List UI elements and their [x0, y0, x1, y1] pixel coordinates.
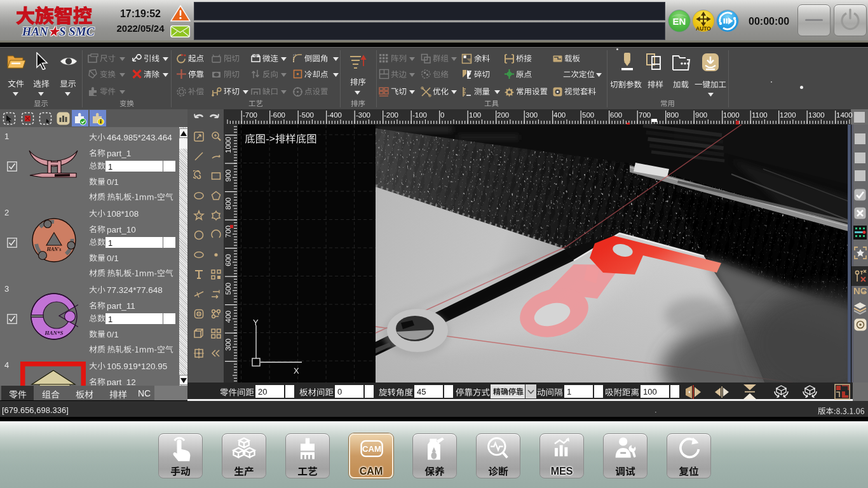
svg-text:HAN*S: HAN*S [44, 330, 63, 336]
svg-text:HAN's: HAN's [46, 247, 62, 252]
svg-text:AUTO: AUTO [696, 25, 711, 32]
svg-text:EN: EN [673, 16, 686, 27]
svg-text:Y: Y [253, 318, 259, 327]
svg-text:CAM: CAM [362, 445, 381, 454]
svg-text:X: X [294, 366, 299, 376]
